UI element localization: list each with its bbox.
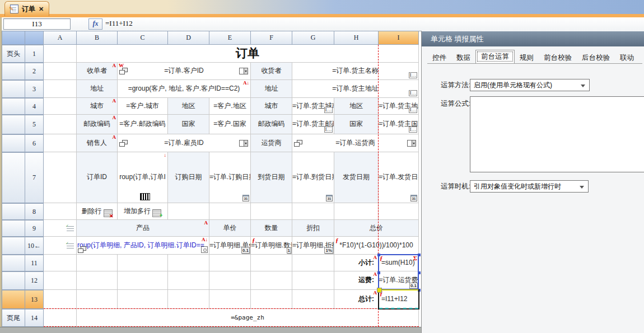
grid-cell-c5[interactable]: =客户.邮政编码 <box>118 115 168 134</box>
grid-cell-b10:d10[interactable]: roup(订单明细, 产品ID, 订单明细.订单ID==A↓ <box>77 237 209 255</box>
grid-cell-h8[interactable] <box>334 203 379 220</box>
document-tab-order[interactable]: 订单 ✕ <box>4 1 49 16</box>
column-header-f[interactable]: F <box>251 31 292 45</box>
column-header-e[interactable]: E <box>209 31 251 45</box>
panel-tab-6[interactable]: 后台校验 <box>577 53 615 63</box>
grid-cell-e9[interactable]: 单价 <box>209 220 251 237</box>
row-header-2[interactable]: 2 <box>25 63 44 80</box>
grid-cell-e10[interactable]: =订单明细.单价0.1 <box>209 237 251 255</box>
row-header-8[interactable]: 8 <box>25 203 44 220</box>
row-header-7[interactable]: 7 <box>25 152 44 203</box>
grid-cell-g13[interactable] <box>292 290 334 309</box>
grid-cell-d12[interactable] <box>168 271 209 290</box>
grid-cell-b8[interactable]: 删除行 <box>77 203 118 220</box>
grid-cell-a13[interactable] <box>44 290 77 309</box>
column-header-d[interactable]: D <box>168 31 209 45</box>
row-header-9[interactable]: 9 <box>25 220 44 237</box>
calc-formula-textarea[interactable] <box>470 96 644 172</box>
grid-cell-e4[interactable]: =客户.地区 <box>209 98 251 115</box>
grid-cell-a2[interactable] <box>44 63 77 80</box>
grid-cell-h12[interactable]: 运费:A <box>334 271 379 290</box>
grid-cell-a6[interactable] <box>44 134 77 152</box>
panel-tab-3[interactable]: 前台运算 <box>475 50 515 63</box>
grid-cell-f5[interactable]: 邮政编码 <box>251 115 292 134</box>
grid-cell-h4[interactable]: 地区 <box>334 98 379 115</box>
grid-cell-f12[interactable] <box>251 271 292 290</box>
grid-cell-g12[interactable] <box>292 271 334 290</box>
grid-cell-e5[interactable]: =客户.国家 <box>209 115 251 134</box>
grid-cell-a3[interactable] <box>44 80 77 98</box>
grid-cell-g3:i3[interactable]: =订单.货主地址I… <box>292 80 419 98</box>
column-header-h[interactable]: H <box>334 31 379 45</box>
grid-cell-h11[interactable]: 小计:A <box>334 255 379 271</box>
row-header-5[interactable]: 5 <box>25 115 44 134</box>
grid-cell-c13[interactable] <box>118 290 168 309</box>
timing-dropdown[interactable]: 引用对象值变化时或新增行时 <box>470 180 589 193</box>
grid-cell-e8[interactable] <box>209 203 251 220</box>
grid-cell-h9:i9[interactable]: 总价 <box>334 220 419 237</box>
column-header-c[interactable]: C <box>118 31 168 45</box>
grid-cell-b14:i14[interactable]: =&page_zh <box>77 309 419 327</box>
grid-cell-i11[interactable]: =sum(H10)ƒΣ <box>379 255 419 271</box>
panel-tab-5[interactable]: 前台校验 <box>539 53 577 63</box>
panel-tab-4[interactable]: 规则 <box>515 53 539 63</box>
grid-cell-f7[interactable]: 到货日期 <box>251 152 292 203</box>
row-header-13[interactable]: 13 <box>25 290 44 309</box>
grid-cell-b11[interactable] <box>77 255 118 271</box>
panel-tab-1[interactable]: 控件 <box>427 53 451 63</box>
grid-cell-i5[interactable]: =订单.货主国家I… <box>379 115 419 134</box>
grid-cell-i4[interactable]: =订单.货主地区I… <box>379 98 419 115</box>
bottom-scroll-strip[interactable] <box>0 327 421 333</box>
grid-cell-c3:e3[interactable]: =group(客户, 地址, 客户.客户ID==C2)A↓ <box>118 80 251 98</box>
grid-cell-f2[interactable]: 收货者 <box>251 63 292 80</box>
grid-cell-a7[interactable] <box>44 152 77 203</box>
row-header-6[interactable]: 6 <box>25 134 44 152</box>
grid-cell-g6:i6[interactable]: =订单.运货商 <box>292 134 419 152</box>
grid-cell-g4[interactable]: =订单.货主城市I… <box>292 98 334 115</box>
grid-cell-c11[interactable] <box>118 255 168 271</box>
column-header-g[interactable]: G <box>292 31 334 45</box>
grid-cell-g2:i2[interactable]: =订单.货主名称I… <box>292 63 419 80</box>
grid-cell-d13[interactable] <box>168 290 209 309</box>
row-header-3[interactable]: 3 <box>25 80 44 98</box>
row-header-14[interactable]: 14 <box>25 309 44 327</box>
column-header-i[interactable]: I <box>379 31 419 45</box>
grid-cell-e11[interactable] <box>209 255 251 271</box>
grid-cell-i8[interactable] <box>379 203 419 220</box>
grid-cell-a11[interactable] <box>44 255 77 271</box>
grid-cell-e12[interactable] <box>209 271 251 290</box>
grid-cell-c2:e2[interactable]: =订单.客户IDW <box>118 63 251 80</box>
grid-cell-e7[interactable]: =订单.订购日期31 <box>209 152 251 203</box>
grid-cell-b5[interactable]: 邮政编码A <box>77 115 118 134</box>
grid-cell-d11[interactable] <box>168 255 209 271</box>
grid-cell-f8[interactable] <box>251 203 292 220</box>
column-header-a[interactable]: A <box>44 31 77 45</box>
grid-cell-f10[interactable]: =订单明细.数量ƒ1 <box>251 237 292 255</box>
grid-cell-i12[interactable]: =订单.运货费0.1 <box>379 271 419 290</box>
grid-cell-g5[interactable]: =订单.货主邮政编码I… <box>292 115 334 134</box>
column-header-b[interactable]: B <box>77 31 118 45</box>
grid-cell-f13[interactable] <box>251 290 292 309</box>
grid-cell-d8[interactable] <box>168 203 209 220</box>
grid-cell-h10:i10[interactable]: *F10)*(1-G10))/100)*100ƒ <box>334 237 419 255</box>
grid-cell-h7[interactable]: 发货日期 <box>334 152 379 203</box>
row-header-10←[interactable]: 10← <box>25 237 44 255</box>
panel-tab-7[interactable]: 联动 <box>615 53 639 63</box>
cell-reference-input[interactable]: I13 <box>3 18 71 30</box>
grid-cell-i7[interactable]: =订单.发货日期31 <box>379 152 419 203</box>
grid-cell-c4[interactable]: =客户.城市 <box>118 98 168 115</box>
row-header-4[interactable]: 4 <box>25 98 44 115</box>
grid-cell-b3[interactable]: 地址 <box>77 80 118 98</box>
grid-cell-a5[interactable] <box>44 115 77 134</box>
grid-cell-h13[interactable]: 总计:A <box>334 290 379 309</box>
grid-cell-f3[interactable]: 地址 <box>251 80 292 98</box>
panel-tab-2[interactable]: 数据 <box>451 53 475 63</box>
grid-cell-a10[interactable] <box>44 237 77 255</box>
fx-button[interactable]: fx <box>88 18 102 30</box>
row-header-11[interactable]: 11 <box>25 255 44 271</box>
grid-cell-b12[interactable] <box>77 271 118 290</box>
grid-cell-d7[interactable]: 订购日期 <box>168 152 209 203</box>
grid-cell-b9:d9[interactable]: 产品A <box>77 220 209 237</box>
grid-cell-a1[interactable] <box>44 45 77 63</box>
grid-cell-c6:e6[interactable]: =订单.雇员ID <box>118 134 251 152</box>
